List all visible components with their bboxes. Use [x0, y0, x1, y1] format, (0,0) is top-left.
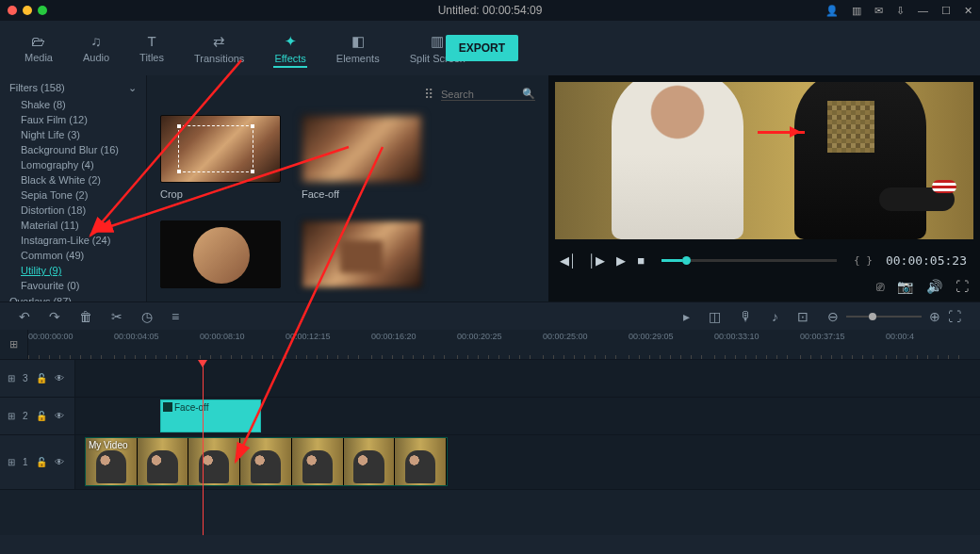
transitions-icon: ⇄ — [213, 33, 225, 50]
track-1: ⊞1🔓👁My Video — [0, 435, 980, 490]
sidebar-item-instagram-like[interactable]: Instagram-Like (24) — [0, 233, 146, 248]
tab-media[interactable]: 🗁Media — [9, 27, 68, 70]
save-icon[interactable]: ▥ — [852, 5, 861, 17]
lock-icon[interactable]: 🔓 — [36, 373, 47, 383]
zoom-out-icon[interactable]: ⊖ — [827, 309, 839, 324]
visibility-icon[interactable]: 👁 — [55, 411, 64, 421]
effect-image-mask[interactable]: Image Mask — [160, 220, 281, 294]
zoom-slider[interactable] — [846, 316, 922, 318]
play-button[interactable]: ▶ — [616, 253, 626, 268]
redo-icon[interactable]: ↷ — [49, 309, 60, 324]
shield-icon[interactable]: ◫ — [709, 309, 721, 324]
sidebar-item-background[interactable]: Background Blur (16) — [0, 142, 146, 157]
min-icon[interactable]: — — [918, 5, 928, 16]
account-icon[interactable]: 👤 — [825, 5, 839, 17]
visibility-icon[interactable]: 👁 — [55, 373, 64, 383]
search-input[interactable]: 🔍 — [441, 88, 535, 101]
window-title: Untitled: 00:00:54:09 — [438, 4, 543, 17]
sidebar-item-sepia[interactable]: Sepia Tone (2) — [0, 187, 146, 203]
track-body[interactable]: My Video — [75, 435, 980, 489]
track-body[interactable] — [75, 360, 980, 397]
prev-button[interactable]: ◀│ — [560, 253, 577, 268]
visibility-icon[interactable]: 👁 — [55, 457, 64, 467]
sidebar-group-filters[interactable]: Filters (158)⌄ — [0, 79, 146, 97]
clip-video[interactable]: My Video — [85, 437, 448, 486]
tab-transitions[interactable]: ⇄Transitions — [179, 27, 259, 70]
sidebar-item-black[interactable]: Black & White (2) — [0, 172, 146, 187]
track-3: ⊞3🔓👁 — [0, 360, 980, 398]
sidebar: Filters (158)⌄ Shake (8)Faux Film (12)Ni… — [0, 75, 146, 301]
close-icon[interactable]: ✕ — [964, 5, 972, 17]
preview-timestamp: 00:00:05:23 — [884, 252, 969, 269]
mail-icon[interactable]: ✉ — [874, 5, 883, 17]
track-type-icon: ⊞ — [8, 457, 15, 467]
delete-icon[interactable]: 🗑 — [79, 309, 92, 324]
search-icon: 🔍 — [522, 88, 535, 100]
split screen-icon: ▥ — [431, 33, 444, 50]
person-left — [612, 82, 743, 239]
effect-mosaic[interactable]: Mosaic — [302, 220, 422, 294]
audio-icon: ♫ — [90, 33, 101, 49]
voice-icon[interactable]: 🎙 — [740, 309, 753, 324]
tab-titles[interactable]: TTitles — [124, 27, 179, 70]
preview-video[interactable] — [555, 82, 973, 239]
track-type-icon: ⊞ — [8, 373, 15, 383]
fullscreen-icon[interactable]: ⛶ — [956, 279, 969, 294]
maximize-button[interactable] — [38, 6, 47, 15]
tab-elements[interactable]: ◧Elements — [321, 27, 395, 70]
settings-icon[interactable]: ≡ — [172, 309, 179, 324]
timeline-settings-icon[interactable]: ⊞ — [0, 330, 28, 359]
effects-icon: ✦ — [285, 33, 297, 50]
media-icon: 🗁 — [31, 33, 45, 49]
mixer-icon[interactable]: ⊡ — [797, 309, 808, 324]
chevron-down-icon: ⌄ — [128, 82, 137, 94]
sidebar-item-favourite[interactable]: Favourite (0) — [0, 278, 146, 293]
track-2: ⊞2🔓👁Face-off — [0, 398, 980, 435]
track-head[interactable]: ⊞3🔓👁 — [0, 360, 75, 397]
track-type-icon: ⊞ — [8, 411, 15, 421]
undo-icon[interactable]: ↶ — [19, 309, 30, 324]
zoom-fit-icon[interactable]: ⛶ — [948, 309, 961, 324]
progress-bar[interactable] — [662, 259, 837, 262]
close-button[interactable] — [8, 6, 17, 15]
stop-button[interactable]: ■ — [637, 253, 645, 268]
snapshot-toggle-icon[interactable]: ⎚ — [876, 279, 884, 294]
cut-icon[interactable]: ✂ — [111, 309, 122, 324]
sidebar-item-common[interactable]: Common (49) — [0, 248, 146, 263]
sidebar-item-faux[interactable]: Faux Film (12) — [0, 112, 146, 127]
music-icon[interactable]: ♪ — [772, 309, 778, 324]
export-button[interactable]: EXPORT — [446, 35, 518, 61]
camera-icon[interactable]: 📷 — [897, 279, 913, 294]
minimize-button[interactable] — [23, 6, 32, 15]
face-pixelation — [827, 101, 874, 153]
sidebar-item-night[interactable]: Night Life (3) — [0, 127, 146, 142]
effect-face-off[interactable]: Face-off — [302, 115, 422, 200]
step-back-button[interactable]: │▶ — [588, 253, 605, 268]
zoom-in-icon[interactable]: ⊕ — [929, 309, 940, 324]
track-head[interactable]: ⊞2🔓👁 — [0, 398, 75, 434]
track-head[interactable]: ⊞1🔓👁 — [0, 435, 75, 489]
mic-icon[interactable]: ⇩ — [896, 5, 905, 17]
timeline-ruler[interactable]: 00:00:00:0000:00:04:0500:00:08:1000:00:1… — [28, 330, 980, 359]
effect-crop[interactable]: Crop — [160, 115, 281, 200]
render-icon[interactable]: ▸ — [683, 309, 690, 324]
max-icon[interactable]: ☐ — [941, 5, 951, 17]
sidebar-group-overlays[interactable]: Overlays (87)⌄ — [0, 293, 146, 301]
tab-audio[interactable]: ♫Audio — [68, 27, 124, 70]
marker-icon[interactable]: ◷ — [141, 309, 153, 324]
lock-icon[interactable]: 🔓 — [36, 411, 47, 421]
sidebar-item-distortion[interactable]: Distortion (18) — [0, 203, 146, 218]
sidebar-item-utility[interactable]: Utility (9) — [0, 263, 146, 278]
volume-icon[interactable]: 🔊 — [926, 279, 942, 294]
sidebar-item-shake[interactable]: Shake (8) — [0, 97, 146, 112]
clip-faceoff[interactable]: Face-off — [160, 399, 261, 432]
tab-effects[interactable]: ✦Effects — [259, 27, 320, 70]
titles-icon: T — [147, 33, 155, 49]
sidebar-item-lomography[interactable]: Lomography (4) — [0, 157, 146, 172]
track-body[interactable]: Face-off — [75, 398, 980, 434]
sidebar-item-material[interactable]: Material (11) — [0, 218, 146, 233]
grid-view-icon[interactable]: ⠿ — [424, 87, 433, 102]
lock-icon[interactable]: 🔓 — [36, 457, 47, 467]
loop-indicator[interactable]: { } — [854, 254, 873, 267]
elements-icon: ◧ — [351, 33, 365, 50]
